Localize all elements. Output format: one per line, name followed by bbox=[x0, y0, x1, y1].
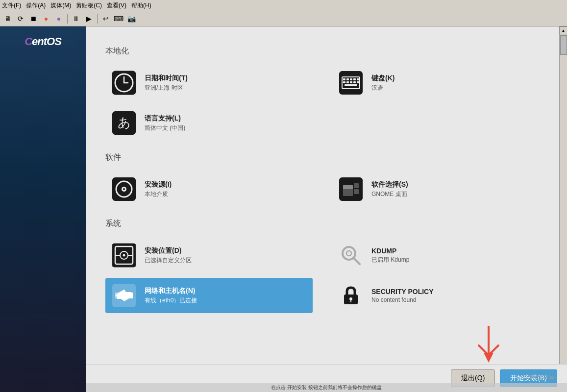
software-grid: 安装源(I) 本地介质 bbox=[105, 172, 540, 207]
toolbar-btn-1[interactable]: 🖥 bbox=[2, 13, 14, 24]
svg-marker-43 bbox=[484, 353, 493, 363]
svg-rect-15 bbox=[357, 81, 359, 83]
section-system: 系统 bbox=[105, 219, 540, 229]
toolbar-btn-2[interactable]: ⟳ bbox=[15, 13, 26, 24]
datetime-title: 日期和时间(T) bbox=[145, 74, 188, 83]
toolbar-btn-4[interactable]: ● bbox=[40, 13, 52, 24]
svg-rect-25 bbox=[343, 185, 353, 189]
network-text: 网络和主机名(N) 有线（eth0）已连接 bbox=[145, 287, 197, 305]
arrow-indicator bbox=[474, 326, 503, 365]
network-subtitle: 有线（eth0）已连接 bbox=[145, 296, 197, 305]
install-destination-title: 安装位置(D) bbox=[145, 246, 192, 255]
section-software: 软件 bbox=[105, 152, 540, 163]
item-keyboard[interactable]: 键盘(K) 汉语 bbox=[332, 65, 540, 100]
menu-media[interactable]: 媒体(M) bbox=[50, 1, 71, 10]
datetime-text: 日期和时间(T) 亚洲/上海 时区 bbox=[145, 74, 188, 92]
toolbar-btn-10[interactable]: 📷 bbox=[125, 13, 137, 24]
item-install-source[interactable]: 安装源(I) 本地介质 bbox=[105, 172, 313, 207]
language-subtitle: 简体中文 (中国) bbox=[145, 124, 185, 132]
menu-clipboard[interactable]: 剪贴板(C) bbox=[76, 1, 102, 10]
menubar: 文件(F) 操作(A) 媒体(M) 剪贴板(C) 查看(V) 帮助(H) bbox=[0, 0, 567, 11]
clock-icon bbox=[110, 69, 138, 97]
disc-icon bbox=[110, 175, 138, 203]
language-title: 语言支持(L) bbox=[145, 114, 185, 123]
language-text: 语言支持(L) 简体中文 (中国) bbox=[145, 114, 185, 132]
svg-point-22 bbox=[123, 188, 125, 190]
install-source-text: 安装源(I) 本地介质 bbox=[145, 180, 172, 198]
package-icon bbox=[337, 175, 365, 203]
install-destination-subtitle: 已选择自定义分区 bbox=[145, 256, 192, 265]
svg-rect-12 bbox=[346, 81, 349, 83]
scroll-thumb[interactable] bbox=[560, 35, 567, 55]
watermark: CSDN@千子梅~ bbox=[521, 374, 557, 381]
software-selection-text: 软件选择(S) GNOME 桌面 bbox=[371, 180, 408, 198]
kdump-subtitle: 已启用 Kdump bbox=[371, 256, 409, 264]
toolbar-btn-3[interactable]: ⏹ bbox=[27, 13, 39, 24]
item-security[interactable]: SECURITY POLICY No content found bbox=[332, 278, 540, 313]
lock-icon bbox=[337, 282, 365, 309]
menu-view[interactable]: 查看(V) bbox=[107, 1, 126, 10]
content-scroll: 本地化 日期和时间(T) 亚洲/上海 时区 bbox=[86, 26, 559, 364]
bottom-bar: 退出(Q) 开始安装(B) 在点击 开始安装 按钮之前我们将不会操作您的磁盘 bbox=[86, 364, 567, 392]
network-title: 网络和主机名(N) bbox=[145, 287, 197, 295]
bottom-hint: 在点击 开始安装 按钮之前我们将不会操作您的磁盘 bbox=[86, 383, 567, 392]
localization-grid: 日期和时间(T) 亚洲/上海 时区 bbox=[105, 65, 540, 141]
menu-file[interactable]: 文件(F) bbox=[2, 1, 21, 10]
svg-rect-14 bbox=[353, 81, 356, 83]
toolbar-btn-5[interactable]: ● bbox=[53, 13, 65, 24]
toolbar-btn-6[interactable]: ⏸ bbox=[70, 13, 82, 24]
install-destination-text: 安装位置(D) 已选择自定义分区 bbox=[145, 246, 192, 265]
sidebar: CentOS bbox=[0, 26, 86, 392]
kdump-text: KDUMP 已启用 Kdump bbox=[371, 247, 409, 264]
item-install-destination[interactable]: 安装位置(D) 已选择自定义分区 bbox=[105, 238, 313, 273]
keyboard-icon bbox=[337, 69, 365, 97]
toolbar: 🖥 ⟳ ⏹ ● ● ⏸ ▶ ↩ ⌨ 📷 bbox=[0, 11, 567, 26]
scrollbar[interactable]: ▲ ▼ bbox=[559, 26, 567, 392]
network-icon bbox=[110, 282, 138, 309]
kdump-icon bbox=[337, 242, 365, 269]
install-source-subtitle: 本地介质 bbox=[145, 190, 172, 198]
kdump-title: KDUMP bbox=[371, 247, 409, 255]
item-kdump[interactable]: KDUMP 已启用 Kdump bbox=[332, 238, 540, 273]
menu-action[interactable]: 操作(A) bbox=[26, 1, 46, 10]
svg-line-36 bbox=[353, 258, 360, 264]
datetime-subtitle: 亚洲/上海 时区 bbox=[145, 84, 188, 92]
security-subtitle: No content found bbox=[371, 296, 434, 303]
language-icon: あ bbox=[110, 109, 138, 137]
svg-rect-27 bbox=[354, 189, 359, 194]
item-language[interactable]: あ 语言支持(L) 简体中文 (中国) bbox=[105, 105, 313, 141]
menu-help[interactable]: 帮助(H) bbox=[131, 1, 151, 10]
svg-rect-26 bbox=[354, 183, 359, 188]
svg-point-41 bbox=[349, 297, 352, 300]
toolbar-btn-9[interactable]: ⌨ bbox=[113, 13, 124, 24]
svg-rect-9 bbox=[353, 78, 356, 80]
system-grid: 安装位置(D) 已选择自定义分区 K bbox=[105, 238, 540, 313]
security-title: SECURITY POLICY bbox=[371, 288, 434, 295]
svg-rect-11 bbox=[343, 81, 345, 83]
svg-text:あ: あ bbox=[118, 116, 131, 130]
svg-point-37 bbox=[346, 251, 351, 256]
main-layout: CentOS ▲ ▼ 本地化 bbox=[0, 26, 567, 392]
toolbar-btn-8[interactable]: ↩ bbox=[100, 13, 112, 24]
svg-rect-7 bbox=[346, 78, 349, 80]
item-datetime[interactable]: 日期和时间(T) 亚洲/上海 时区 bbox=[105, 65, 313, 100]
svg-point-31 bbox=[123, 254, 125, 257]
section-localization: 本地化 bbox=[105, 46, 540, 56]
svg-rect-8 bbox=[350, 78, 352, 80]
item-network[interactable]: 网络和主机名(N) 有线（eth0）已连接 bbox=[105, 278, 313, 313]
keyboard-title: 键盘(K) bbox=[371, 74, 394, 83]
disk-icon bbox=[110, 242, 138, 269]
svg-rect-6 bbox=[343, 78, 345, 80]
centos-logo: CentOS bbox=[21, 31, 65, 52]
content-wrapper: ▲ ▼ 本地化 bbox=[86, 26, 567, 392]
software-selection-title: 软件选择(S) bbox=[371, 180, 408, 189]
svg-rect-16 bbox=[345, 84, 357, 86]
toolbar-btn-7[interactable]: ▶ bbox=[83, 13, 95, 24]
item-software-selection[interactable]: 软件选择(S) GNOME 桌面 bbox=[332, 172, 540, 207]
scroll-up[interactable]: ▲ bbox=[560, 26, 567, 34]
install-source-title: 安装源(I) bbox=[145, 180, 172, 189]
security-text: SECURITY POLICY No content found bbox=[371, 288, 434, 303]
keyboard-text: 键盘(K) 汉语 bbox=[371, 74, 394, 92]
svg-rect-10 bbox=[357, 78, 359, 80]
keyboard-subtitle: 汉语 bbox=[371, 84, 394, 92]
